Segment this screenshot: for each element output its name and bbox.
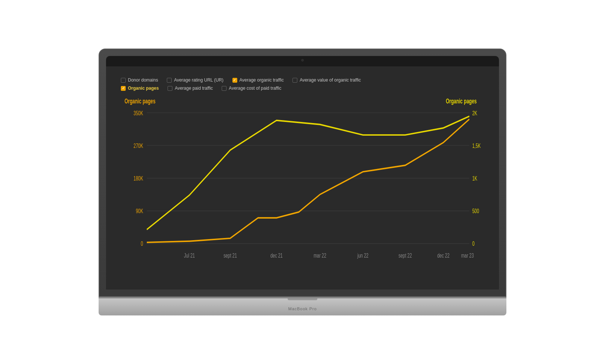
checkbox-avg-cost-paid[interactable] (222, 86, 227, 91)
legend-item-avg-cost-paid[interactable]: Average cost of paid traffic (222, 86, 281, 91)
checkbox-organic-pages[interactable] (121, 86, 126, 91)
legend-item-organic-pages[interactable]: Organic pages (121, 86, 159, 91)
organic-pages-line (147, 116, 469, 230)
x-label-mar23: mar 23 (461, 252, 474, 259)
touchpad-notch (288, 298, 317, 300)
x-label-sept22: sept 22 (399, 252, 412, 259)
avg-organic-traffic-line (147, 119, 469, 242)
legend-row-1: Donor domains Average rating URL (UR) Av… (121, 77, 484, 83)
legend-item-avg-paid-traffic[interactable]: Average paid traffic (168, 86, 213, 91)
screen-content: Donor domains Average rating URL (UR) Av… (106, 66, 499, 289)
y-label-left-270k: 270K (133, 142, 143, 149)
y-label-left-0: 0 (141, 240, 143, 247)
legend-label-avg-rating-url: Average rating URL (UR) (174, 77, 223, 83)
legend-label-donor-domains: Donor domains (128, 77, 158, 83)
y-label-left-180k: 180K (133, 175, 143, 182)
dashboard: Donor domains Average rating URL (UR) Av… (106, 66, 499, 289)
x-label-sept21: sept 21 (224, 252, 237, 259)
checkbox-avg-rating-url[interactable] (167, 78, 172, 83)
legend-item-avg-organic-traffic[interactable]: Average organic traffic (232, 77, 284, 83)
legend-label-avg-value-organic: Average value of organic traffic (300, 77, 361, 83)
legend-item-avg-rating-url[interactable]: Average rating URL (UR) (167, 77, 223, 83)
y-label-left-90k: 90K (136, 208, 143, 215)
x-label-jul21-val: Jul 21 (184, 252, 195, 259)
checkbox-donor-domains[interactable] (121, 78, 126, 83)
legend-label-avg-organic-traffic: Average organic traffic (239, 77, 284, 83)
y-label-right-1500: 1,5K (472, 142, 481, 149)
camera-dot (301, 59, 304, 62)
checkbox-avg-paid-traffic[interactable] (168, 86, 172, 91)
y-axis-title-left: Organic pages (125, 97, 155, 105)
legend-row-2: Organic pages Average paid traffic Avera… (121, 86, 484, 91)
checkbox-avg-value-organic[interactable] (292, 78, 297, 83)
laptop-screen-body: Donor domains Average rating URL (UR) Av… (99, 49, 506, 297)
y-label-left-350k: 350K (133, 109, 143, 116)
chart-container: Organic pages Organic pages 350K 27 (121, 95, 484, 282)
x-label-mar22: mar 22 (314, 252, 326, 259)
legend-label-avg-paid-traffic: Average paid traffic (175, 86, 213, 91)
laptop-base: MacBook Pro (99, 297, 506, 315)
laptop-frame: Donor domains Average rating URL (UR) Av… (99, 49, 506, 315)
legend-label-organic-pages: Organic pages (128, 86, 159, 91)
y-label-right-0: 0 (472, 240, 475, 247)
y-label-right-2k: 2K (472, 109, 477, 116)
legend-label-avg-cost-paid: Average cost of paid traffic (229, 86, 281, 91)
y-axis-title-right: Organic pages (446, 97, 477, 105)
screen-bezel: Donor domains Average rating URL (UR) Av… (106, 56, 499, 289)
x-label-jun22: jun 22 (357, 252, 368, 259)
macbook-label: MacBook Pro (288, 307, 317, 311)
legend-item-donor-domains[interactable]: Donor domains (121, 77, 158, 83)
y-label-right-1k: 1K (472, 175, 477, 182)
x-label-dec21: dec 21 (270, 252, 282, 259)
y-label-right-500: 500 (472, 208, 479, 215)
chart-svg: Organic pages Organic pages 350K 27 (121, 95, 484, 282)
legend-item-avg-value-organic[interactable]: Average value of organic traffic (292, 77, 361, 83)
checkbox-avg-organic-traffic[interactable] (232, 78, 237, 83)
x-label-dec22: dec 22 (437, 252, 449, 259)
